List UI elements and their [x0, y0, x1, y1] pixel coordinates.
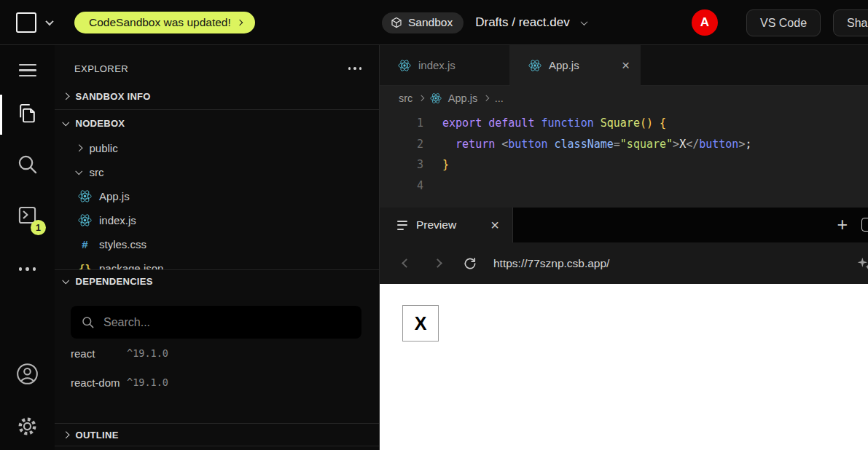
ellipsis-icon: [19, 267, 36, 271]
files-icon: [16, 102, 39, 125]
gear-icon: [15, 414, 39, 438]
search-icon: [81, 315, 95, 332]
chevron-down-icon: [63, 119, 69, 125]
files-view-button[interactable]: [0, 102, 55, 125]
file-app-js[interactable]: App.js: [55, 184, 379, 208]
codesandbox-window: CodeSandbox was updated! Sandbox Drafts …: [0, 0, 868, 450]
add-tab-button[interactable]: +: [837, 216, 848, 234]
project-menu-chevron-icon[interactable]: [580, 18, 587, 25]
account-icon: [15, 362, 39, 386]
react-icon: [528, 59, 541, 72]
file-package-json[interactable]: {} package.json: [55, 256, 379, 269]
sandbox-badge-label: Sandbox: [408, 16, 453, 29]
chevron-right-icon: [418, 95, 424, 101]
share-button[interactable]: Share: [833, 9, 868, 36]
section-sandbox-info[interactable]: SANDBOX INFO: [55, 83, 379, 109]
chevron-right-icon: [237, 20, 243, 25]
breadcrumb-folder[interactable]: src: [399, 92, 413, 104]
breadcrumb-file[interactable]: App.js: [448, 92, 477, 104]
top-bar: CodeSandbox was updated! Sandbox Drafts …: [0, 0, 868, 45]
square-button[interactable]: X: [402, 305, 439, 342]
section-nodebox[interactable]: NODEBOX: [55, 110, 379, 136]
folder-src[interactable]: src: [55, 160, 379, 184]
workspace-menu-chevron-icon[interactable]: [45, 17, 53, 25]
json-icon: {}: [77, 263, 93, 270]
chevron-right-icon: [76, 145, 82, 151]
css-icon: #: [77, 238, 93, 250]
close-tab-icon[interactable]: ×: [622, 58, 630, 72]
preview-viewport: X: [380, 284, 868, 450]
preview-url-bar: https://77sznp.csb.app/: [380, 242, 868, 284]
section-outline[interactable]: OUTLINE: [55, 424, 379, 446]
chevron-right-icon: [483, 95, 489, 101]
file-index-js[interactable]: index.js: [55, 208, 379, 232]
user-avatar[interactable]: A: [692, 9, 718, 36]
account-button[interactable]: [0, 362, 55, 386]
editor-panel: index.js App.js × src App.js ... 1export…: [380, 45, 868, 450]
search-icon: [16, 153, 39, 175]
chevron-right-icon: [63, 431, 69, 438]
dependency-search-input[interactable]: [71, 306, 361, 339]
folder-public[interactable]: public: [55, 136, 379, 160]
editor-tab-bar: index.js App.js ×: [380, 45, 868, 86]
close-preview-icon[interactable]: ×: [490, 218, 499, 232]
breadcrumb-symbol[interactable]: ...: [495, 92, 504, 104]
react-icon: [77, 213, 93, 227]
code-editor[interactable]: 1export default function Square() {2 ret…: [380, 111, 868, 208]
editor-breadcrumb: src App.js ...: [380, 86, 868, 111]
refresh-icon[interactable]: [463, 256, 477, 271]
dependency-react[interactable]: react ^19.1.0: [55, 339, 379, 368]
project-breadcrumb[interactable]: Drafts / react.dev: [475, 15, 569, 30]
explorer-more-button[interactable]: [348, 67, 362, 70]
search-view-button[interactable]: [0, 153, 55, 175]
explorer-sidebar: EXPLORER SANDBOX INFO NODEBOX public src: [55, 45, 380, 450]
terminal-count-badge: 1: [31, 220, 46, 235]
section-dependencies[interactable]: DEPENDENCIES: [55, 270, 379, 292]
preview-tab[interactable]: Preview ×: [380, 208, 513, 242]
back-button[interactable]: [402, 258, 411, 268]
vscode-button[interactable]: VS Code: [746, 9, 821, 36]
react-icon: [77, 189, 93, 203]
tab-index-js[interactable]: index.js: [380, 45, 510, 85]
hamburger-icon: [19, 64, 36, 76]
settings-button[interactable]: [0, 414, 55, 438]
codesandbox-logo[interactable]: [16, 12, 36, 33]
split-view-button[interactable]: [861, 218, 868, 232]
more-views-button[interactable]: [0, 267, 55, 271]
update-banner-button[interactable]: CodeSandbox was updated!: [74, 12, 255, 33]
explorer-title: EXPLORER: [74, 63, 128, 74]
preview-list-icon: [397, 221, 407, 230]
preview-tab-bar: Preview × +: [380, 208, 868, 242]
file-styles-css[interactable]: # styles.css: [55, 232, 379, 256]
chevron-down-icon: [63, 277, 69, 283]
preview-url[interactable]: https://77sznp.csb.app/: [493, 257, 609, 270]
dependency-react-dom[interactable]: react-dom ^19.1.0: [55, 368, 379, 397]
react-icon: [430, 92, 442, 104]
sparkle-icon[interactable]: [856, 256, 868, 271]
forward-button[interactable]: [433, 258, 442, 268]
chevron-right-icon: [63, 92, 69, 99]
activity-bar: 1: [0, 45, 55, 450]
chevron-down-icon: [76, 167, 82, 174]
code-lines: 1export default function Square() {2 ret…: [380, 113, 868, 196]
update-banner-label: CodeSandbox was updated!: [89, 16, 231, 29]
sandbox-type-badge[interactable]: Sandbox: [382, 12, 464, 33]
react-icon: [398, 59, 411, 72]
terminal-view-button[interactable]: 1: [0, 204, 55, 229]
tab-app-js[interactable]: App.js ×: [510, 45, 641, 86]
cube-icon: [391, 17, 402, 28]
menu-button[interactable]: [0, 64, 55, 76]
